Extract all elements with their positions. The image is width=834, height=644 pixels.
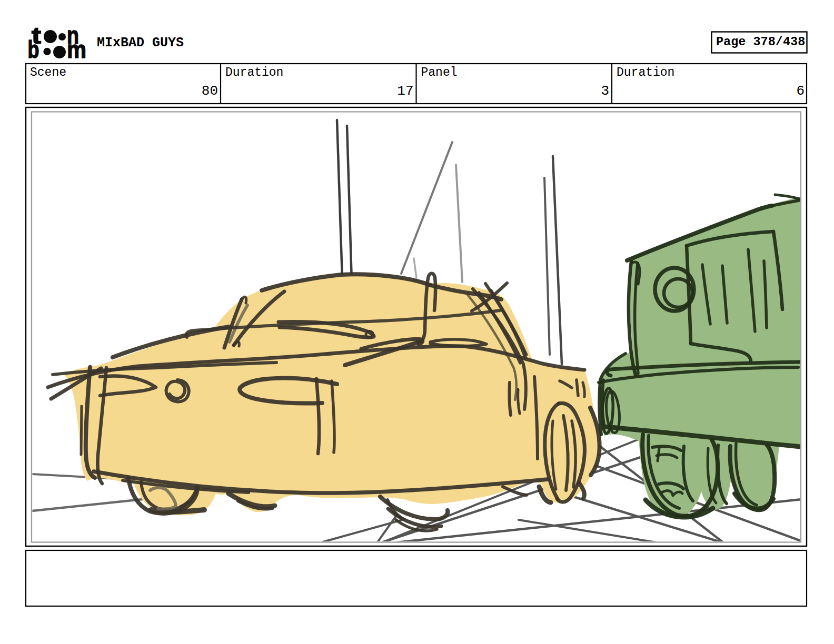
svg-text:17: 17 [397, 83, 413, 99]
svg-text:3: 3 [601, 83, 609, 99]
svg-text:Panel: Panel [421, 66, 458, 79]
svg-text:Duration: Duration [617, 66, 674, 79]
svg-text:6: 6 [796, 83, 805, 99]
svg-text:Scene: Scene [30, 66, 66, 79]
svg-text:Duration: Duration [225, 66, 283, 79]
svg-text:MIxBAD GUYS: MIxBAD GUYS [97, 35, 184, 51]
svg-text:80: 80 [202, 83, 218, 99]
svg-text:b: b [28, 35, 39, 63]
svg-text:Page 378/438: Page 378/438 [716, 35, 805, 49]
svg-text:m: m [67, 35, 86, 63]
